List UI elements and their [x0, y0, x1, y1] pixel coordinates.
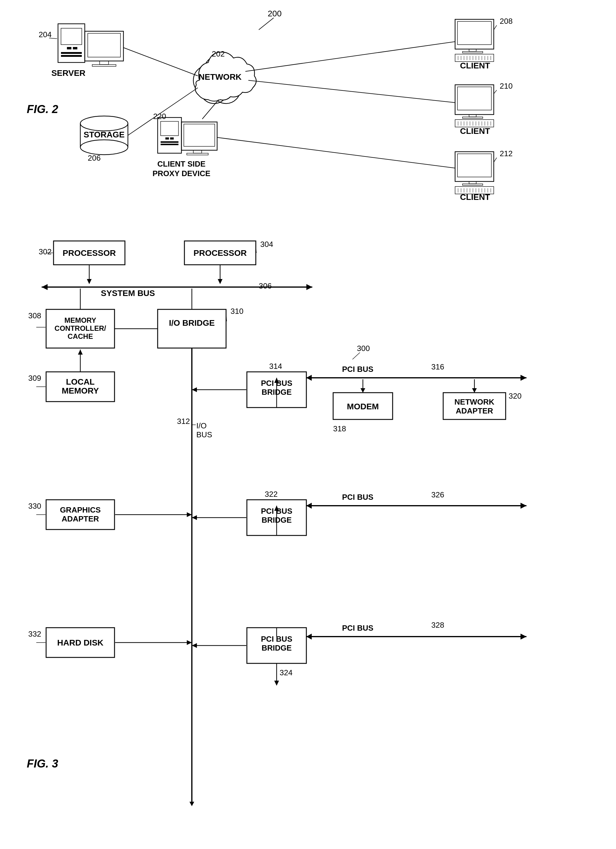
svg-marker-103: [307, 284, 312, 290]
svg-line-89: [246, 42, 455, 71]
ref-330: 330: [28, 502, 41, 511]
system-bus-label: SYSTEM BUS: [101, 289, 155, 298]
fig3-label: FIG. 3: [27, 757, 58, 770]
fig2-svg: FIG. 2 200 SERVER 204 STORAGE 206: [0, 0, 616, 226]
svg-line-86: [123, 48, 198, 76]
svg-marker-131: [472, 388, 477, 393]
network-label: NETWORK: [199, 72, 242, 82]
svg-line-87: [128, 88, 198, 136]
svg-line-49: [494, 25, 497, 30]
svg-line-0: [259, 18, 274, 30]
svg-marker-120: [192, 387, 197, 392]
ref-324: 324: [280, 668, 292, 677]
storage-label: STORAGE: [83, 130, 125, 139]
net-adapter-label: NETWORK: [454, 398, 495, 407]
svg-rect-10: [92, 64, 116, 66]
ref-208: 208: [500, 17, 512, 25]
svg-marker-147: [187, 640, 192, 645]
svg-rect-26: [161, 141, 179, 143]
pci-bus3-label2: BRIDGE: [262, 643, 292, 652]
ref-312b: BUS: [196, 430, 212, 439]
svg-rect-106: [158, 309, 226, 348]
svg-rect-53: [463, 117, 483, 118]
ref-314: 314: [269, 362, 282, 371]
svg-marker-123: [307, 375, 312, 381]
graphics-label2: ADAPTER: [62, 514, 99, 523]
ref-212: 212: [500, 149, 512, 158]
svg-point-15: [80, 140, 128, 155]
svg-marker-98: [87, 279, 92, 284]
svg-marker-135: [187, 512, 192, 517]
svg-rect-28: [182, 122, 217, 150]
client-212-label: CLIENT: [460, 192, 490, 202]
svg-marker-102: [42, 284, 48, 290]
processor2-label: PROCESSOR: [193, 249, 247, 258]
pci-bus-328-label: PCI BUS: [342, 624, 373, 632]
svg-rect-9: [100, 61, 109, 64]
svg-rect-29: [184, 124, 215, 146]
svg-marker-140: [521, 503, 527, 509]
svg-line-85: [494, 158, 497, 162]
ref-200: 200: [268, 9, 282, 18]
svg-marker-116: [189, 802, 194, 806]
proxy-label: CLIENT SIDE: [157, 159, 205, 168]
ref-206: 206: [88, 153, 101, 162]
local-mem-label2: MEMORY: [62, 386, 99, 395]
client-210-label: CLIENT: [460, 127, 490, 136]
svg-line-88: [202, 100, 219, 119]
modem-label: MODEM: [347, 402, 379, 411]
svg-marker-128: [360, 388, 365, 393]
svg-rect-24: [165, 137, 169, 140]
svg-rect-69: [457, 154, 491, 177]
fig2-label: FIG. 2: [27, 103, 58, 115]
svg-rect-31: [187, 153, 208, 155]
ref-204: 204: [39, 30, 51, 39]
ref-302: 302: [39, 247, 51, 256]
svg-rect-7: [85, 31, 123, 61]
ref-308: 308: [28, 311, 41, 320]
svg-marker-122: [521, 375, 527, 381]
svg-line-67: [494, 90, 497, 94]
ref-312-num: 312: [177, 417, 190, 426]
net-adapter-label2: ADAPTER: [456, 407, 493, 415]
fig3-svg: FIG. 3 300 PROCESSOR 302 PROCESSOR 304 S…: [0, 226, 616, 849]
svg-marker-100: [218, 279, 222, 284]
ref-202: 202: [212, 49, 225, 58]
svg-marker-150: [274, 681, 279, 686]
ref-322: 322: [265, 490, 278, 499]
ref-306: 306: [259, 282, 272, 290]
network-cloud: NETWORK 202: [193, 49, 256, 104]
svg-marker-138: [192, 515, 197, 520]
mem-ctrl-label2: CONTROLLER/: [54, 324, 106, 332]
svg-line-92: [353, 353, 360, 359]
server-label: SERVER: [51, 69, 86, 77]
svg-rect-51: [457, 87, 491, 110]
svg-line-91: [217, 137, 455, 168]
svg-marker-141: [307, 503, 312, 509]
svg-line-90: [248, 80, 455, 103]
svg-marker-154: [521, 634, 527, 640]
svg-rect-3: [67, 47, 71, 49]
ref-328: 328: [431, 621, 444, 630]
pci-bus-316-label: PCI BUS: [342, 365, 373, 374]
diagram-container: FIG. 2 200 SERVER 204 STORAGE 206: [0, 0, 616, 849]
svg-rect-2: [61, 28, 82, 45]
svg-rect-33: [457, 21, 491, 45]
io-bridge-label: I/O BRIDGE: [169, 318, 215, 328]
svg-rect-5: [61, 52, 82, 54]
svg-point-12: [80, 116, 128, 131]
svg-rect-8: [88, 33, 121, 57]
ref-326: 326: [431, 490, 444, 499]
ref-316: 316: [431, 362, 444, 371]
ref-304: 304: [260, 240, 273, 249]
ref-320: 320: [509, 392, 521, 401]
svg-rect-22: [158, 118, 182, 153]
svg-rect-27: [161, 144, 179, 145]
graphics-label: GRAPHICS: [60, 505, 101, 514]
svg-marker-152: [192, 643, 197, 648]
svg-marker-155: [307, 634, 312, 640]
proxy-label2: PROXY DEVICE: [153, 169, 211, 178]
ref-332: 332: [28, 630, 41, 638]
svg-rect-25: [170, 137, 174, 140]
ref-309: 309: [28, 374, 41, 383]
